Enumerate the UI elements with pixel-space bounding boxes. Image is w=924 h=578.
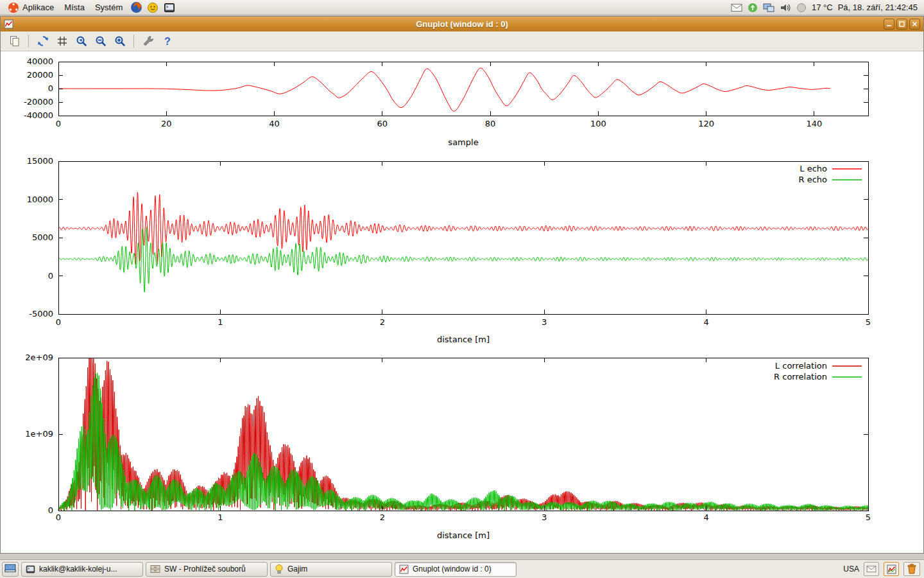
chart-text: 100 xyxy=(590,119,606,128)
updates-icon[interactable] xyxy=(748,3,758,13)
zoom-in-icon xyxy=(114,35,126,48)
menu-applications[interactable]: Aplikace xyxy=(3,1,59,15)
echo-chart: 012345-5000050001000015000distance [m]L … xyxy=(1,154,924,352)
menu-places[interactable]: Místa xyxy=(59,1,90,13)
chart-text: 5 xyxy=(866,317,871,327)
mail-icon xyxy=(866,565,877,573)
chart-text: -40000 xyxy=(24,110,53,120)
trash-button[interactable] xyxy=(903,562,920,576)
gajim-icon xyxy=(275,564,284,574)
chart-text: -5000 xyxy=(29,309,53,319)
mail-tray-button[interactable] xyxy=(864,562,879,576)
refresh-icon xyxy=(37,35,49,48)
zoom-previous-button[interactable] xyxy=(73,33,89,49)
temperature-label[interactable]: 17 °C xyxy=(812,3,833,12)
waveform-chart: 020406080100120140-40000-200000200004000… xyxy=(1,51,924,154)
chart-text: 3 xyxy=(542,512,547,522)
wrench-icon xyxy=(142,35,155,48)
zoom-previous-icon xyxy=(75,35,88,48)
menu-system[interactable]: Systém xyxy=(90,1,128,13)
chat-launcher-icon[interactable] xyxy=(146,1,160,15)
chart-text: 80 xyxy=(485,119,496,128)
chart-text: 1e+09 xyxy=(25,429,53,439)
chart-text: 2 xyxy=(380,512,385,522)
taskbar-tray: USA xyxy=(843,562,922,576)
network-icon[interactable] xyxy=(763,3,774,13)
taskbar-window-label: Gajim xyxy=(287,565,307,574)
zoom-in-button[interactable] xyxy=(112,33,128,49)
chart-text: 3 xyxy=(542,317,547,327)
configure-button[interactable] xyxy=(140,33,156,49)
copy-icon xyxy=(8,35,21,48)
keyboard-layout-indicator[interactable]: USA xyxy=(843,565,859,574)
terminal-launcher-icon[interactable] xyxy=(162,1,176,15)
titlebar[interactable]: Gnuplot (window id : 0) xyxy=(1,17,923,31)
taskbar: kaklik@kaklik-kolej-u... SW - Prohlížeč … xyxy=(0,559,924,578)
chart-text: L correlation xyxy=(775,361,827,371)
chart-text: 1 xyxy=(218,317,223,327)
chart-text: L echo xyxy=(800,164,827,173)
copy-to-clipboard-button[interactable] xyxy=(6,33,22,49)
chart-text: 20 xyxy=(161,119,172,128)
minimize-button[interactable] xyxy=(884,19,894,30)
terminal-icon xyxy=(26,565,35,574)
chart-text: 0 xyxy=(56,119,61,128)
chart-text: -20000 xyxy=(24,97,53,107)
window-title: Gnuplot (window id : 0) xyxy=(1,19,923,29)
svg-text:?: ? xyxy=(164,36,171,47)
volume-icon[interactable] xyxy=(780,3,791,13)
series-chirp-signal xyxy=(58,68,830,111)
replot-button[interactable] xyxy=(35,33,51,49)
chart-text: 15000 xyxy=(27,156,53,166)
chart-text: 5000 xyxy=(32,232,53,242)
series-r-echo xyxy=(58,227,868,292)
show-desktop-button[interactable] xyxy=(2,562,19,577)
taskbar-window-terminal[interactable]: kaklik@kaklik-kolej-u... xyxy=(21,562,143,577)
taskbar-window-label: SW - Prohlížeč souborů xyxy=(164,565,246,574)
chart-text: 2 xyxy=(380,317,385,327)
series-r-correlation xyxy=(58,373,868,511)
chart-text: 0 xyxy=(48,83,53,93)
chart-text: 0 xyxy=(56,317,61,327)
toggle-grid-button[interactable] xyxy=(54,33,70,49)
chart-text: R correlation xyxy=(774,372,827,381)
toolbar-separator xyxy=(133,35,134,48)
plot-area: 020406080100120140-40000-200000200004000… xyxy=(1,51,923,553)
window-icon xyxy=(4,19,13,29)
plot-border xyxy=(58,161,868,314)
zoom-out-button[interactable] xyxy=(92,33,108,49)
chart-text: 2e+09 xyxy=(25,353,53,362)
file-manager-icon xyxy=(150,565,160,574)
series-l-echo xyxy=(58,193,868,265)
weather-icon[interactable] xyxy=(796,3,807,13)
correlation-chart: 01234501e+092e+09distance [m]L correlati… xyxy=(1,352,924,553)
firefox-launcher-icon[interactable] xyxy=(129,1,143,15)
chart-text: 120 xyxy=(698,119,714,128)
gnuplot-window: Gnuplot (window id : 0) xyxy=(0,16,924,554)
chart-text: 0 xyxy=(48,271,53,281)
grid-icon xyxy=(56,35,69,48)
menu-label-applications: Aplikace xyxy=(22,3,54,12)
maximize-button[interactable] xyxy=(896,19,907,30)
taskbar-window-label: Gnuplot (window id : 0) xyxy=(413,565,492,574)
taskbar-window-gajim[interactable]: Gajim xyxy=(270,562,392,577)
chart-text: 40 xyxy=(269,119,280,128)
plot-border xyxy=(58,62,868,116)
mail-notification-icon[interactable] xyxy=(731,3,742,12)
help-button[interactable]: ? xyxy=(159,33,175,49)
close-button[interactable] xyxy=(909,19,920,30)
gnuplot-icon xyxy=(399,565,409,574)
gnuplot-tray-button[interactable] xyxy=(884,562,899,576)
chart-text: distance [m] xyxy=(437,530,490,540)
chart-text: 0 xyxy=(56,512,61,522)
ubuntu-logo-icon xyxy=(8,2,19,13)
menu-label-places: Místa xyxy=(64,3,85,12)
clock-label[interactable]: Pá, 18. září, 21:42:45 xyxy=(838,3,918,12)
taskbar-window-gnuplot[interactable]: Gnuplot (window id : 0) xyxy=(395,562,517,577)
chart-text: 40000 xyxy=(27,57,53,66)
toolbar: ? xyxy=(1,31,923,51)
taskbar-window-file-manager[interactable]: SW - Prohlížeč souborů xyxy=(146,562,268,577)
help-icon: ? xyxy=(161,35,174,48)
chart-text: 4 xyxy=(703,317,708,327)
chart-text: 10000 xyxy=(27,195,53,204)
